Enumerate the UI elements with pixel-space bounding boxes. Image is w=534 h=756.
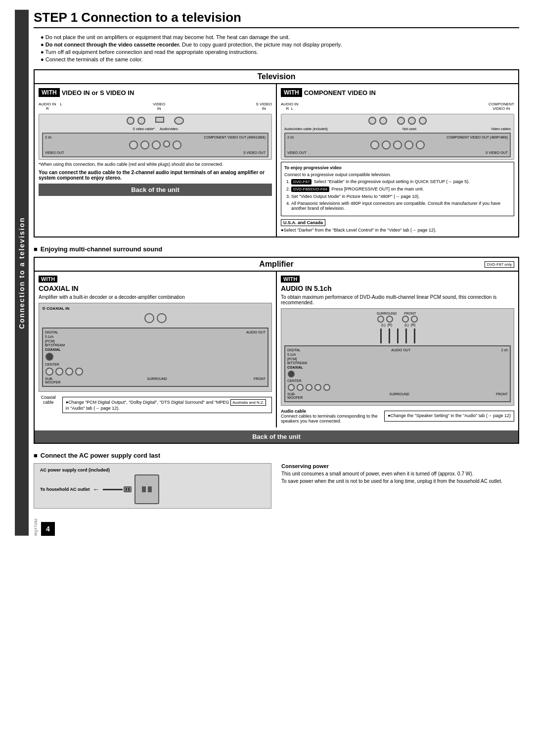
dvd-only-badge: DVD-F87 only bbox=[485, 261, 514, 268]
change-box-audio: ●Change the "Speaker Setting" in the "Au… bbox=[384, 411, 514, 422]
tv-right-connectors: AUDIO INR L COMPONENTVIDEO IN bbox=[281, 102, 514, 111]
connect-ac-header: Connect the AC power supply cord last bbox=[34, 452, 519, 459]
badge-text: in "Audio" tab bbox=[66, 406, 92, 411]
progressive-list: DVD-F87 Select "Enable" in the progressi… bbox=[284, 179, 511, 211]
unit-port-r3 bbox=[393, 141, 402, 149]
sidebar-label: Connection to a television bbox=[15, 10, 29, 536]
comp-port-3 bbox=[419, 117, 427, 125]
aus-badge: Australia and N.Z. bbox=[230, 399, 266, 406]
progressive-title: To enjoy progressive video bbox=[284, 165, 511, 170]
tv-right-column: WITH COMPONENT VIDEO IN AUDIO INR L COMP… bbox=[277, 84, 518, 236]
5ch-port-c4 bbox=[314, 384, 321, 391]
sub-port-c2 bbox=[55, 368, 63, 376]
coaxial-diagram: ⊙ COAXIAL IN DIGITAL AUDIO OUT bbox=[39, 303, 272, 392]
change-box-coaxial: ●Change "PCM Digital Output", "Dolby Dig… bbox=[62, 397, 272, 413]
with-badge-left: WITH VIDEO IN or S VIDEO IN bbox=[39, 88, 134, 97]
unit-port-r4 bbox=[404, 141, 413, 149]
audio-in-l: L bbox=[60, 102, 62, 111]
unit-port-2 bbox=[140, 141, 149, 149]
tv-left-header: VIDEO IN or S VIDEO IN bbox=[62, 89, 134, 96]
outlet-shape bbox=[134, 474, 159, 504]
bullet-list: Do not place the unit on amplifiers or e… bbox=[34, 34, 519, 62]
unit-label-480p: COMPONENT VIDEO OUT (480i/1080i) bbox=[204, 136, 266, 139]
outlet-hole-1 bbox=[142, 486, 146, 492]
arrow-left-ac: ← bbox=[93, 485, 100, 493]
unit-label-2ch2: 2 ch bbox=[287, 136, 294, 139]
coaxial-change-area: Coaxial cable ●Change "PCM Digital Outpu… bbox=[39, 395, 272, 415]
coaxial-cable-label: Coaxial cable bbox=[39, 395, 58, 405]
tv-left-column: WITH VIDEO IN or S VIDEO IN AUDIO INR L bbox=[35, 84, 277, 236]
tv-left-note: You can connect the audio cable to the 2… bbox=[39, 170, 272, 181]
5ch-port-1 bbox=[288, 371, 295, 378]
audio-cable-info: Audio cable Connect cables to terminals … bbox=[281, 409, 380, 424]
video-port bbox=[155, 117, 164, 123]
with-badge-right: WITH COMPONENT VIDEO IN bbox=[281, 88, 376, 97]
coaxial-port bbox=[144, 313, 154, 323]
sub-coaxial-port bbox=[45, 353, 53, 361]
video-out-label2: VIDEO OUT bbox=[287, 151, 307, 154]
comp-port-2 bbox=[408, 117, 416, 125]
surr-port-l bbox=[377, 316, 384, 323]
audio-2ch-label: 2 ch bbox=[501, 348, 508, 352]
bullet-3: Turn off all equipment before connection… bbox=[36, 49, 519, 55]
connect-ac-section: Connect the AC power supply cord last AC… bbox=[34, 452, 519, 509]
audio-desc: To obtain maximum performance of DVD-Aud… bbox=[281, 294, 514, 305]
rca-port-r bbox=[127, 117, 134, 125]
5ch-port-c3 bbox=[306, 384, 312, 391]
unit-label-2ch: 2 ch bbox=[45, 136, 51, 139]
back-of-unit-amp: Back of the unit bbox=[35, 430, 518, 443]
audio-title-row: WITH bbox=[281, 276, 514, 283]
connect-columns: AC power supply cord (included) To house… bbox=[34, 463, 519, 509]
with-label-audio: WITH bbox=[281, 276, 300, 283]
conserving-power-col: Conserving power This unit consumes a sm… bbox=[281, 463, 519, 509]
coaxial-desc: Amplifier with a built-in decoder or a d… bbox=[39, 294, 272, 300]
prog-item-3: Set "Video Output Mode" in Picture Menu … bbox=[291, 194, 511, 199]
doc-code: RQT7292 bbox=[34, 519, 38, 536]
5ch-port-c2 bbox=[297, 384, 304, 391]
component-in: COMPONENTVIDEO IN bbox=[489, 102, 514, 111]
video-in: VIDEOIN bbox=[153, 102, 165, 111]
not-used-label: Not used bbox=[402, 127, 416, 131]
dvd-badge-f87: DVD-F87 bbox=[291, 179, 312, 185]
multichannel-header: Enjoying multi-channel surround sound bbox=[34, 245, 519, 253]
television-header: Television bbox=[35, 70, 518, 84]
unit-port-3 bbox=[152, 141, 161, 149]
step-label: STEP 1 bbox=[34, 10, 78, 25]
progressive-desc: Connect to a progressive output compatib… bbox=[284, 172, 511, 177]
rca-port-l bbox=[137, 117, 145, 125]
page-footer: RQT7292 4 bbox=[34, 519, 519, 536]
unit-port-r2 bbox=[382, 141, 391, 149]
audio-cable-note: Connect cables to terminals correspondin… bbox=[281, 414, 378, 424]
prog-item-4: All Panasonic televisions with 480P inpu… bbox=[291, 201, 511, 211]
prog-item-2: DVD-F86/DVD-F84 Press [PROGRESSIVE OUT] … bbox=[291, 187, 511, 192]
unit-label-480p2: COMPONENT VIDEO OUT (480P/480i) bbox=[446, 136, 508, 139]
title-text: Connection to a television bbox=[81, 10, 241, 25]
audio-5-header: AUDIO IN 5.1ch bbox=[281, 284, 514, 292]
with-label-coaxial: WITH bbox=[39, 276, 57, 283]
bullet-4: Connect the terminals of the same color. bbox=[36, 56, 519, 62]
tv-right-header: COMPONENT VIDEO IN bbox=[304, 89, 376, 96]
cable-label-svideo: S video cable* bbox=[133, 127, 155, 131]
video-cables-label: Video cables bbox=[491, 127, 511, 131]
sub-port-c4 bbox=[75, 368, 83, 376]
svideo-port bbox=[174, 117, 184, 125]
digital-label2: DIGITAL bbox=[287, 348, 301, 352]
change-arrow: (→ page 12). bbox=[93, 406, 120, 411]
cable-label-audiovideo: Audio/video bbox=[160, 127, 178, 131]
front-label: FRONT bbox=[254, 377, 266, 384]
audio-change-area: Audio cable Connect cables to terminals … bbox=[281, 409, 514, 424]
tv-left-connectors: AUDIO INR L VIDEOIN S VIDEOIN bbox=[39, 102, 272, 111]
unit-port-1 bbox=[129, 141, 138, 149]
conserving-title: Conserving power bbox=[281, 463, 519, 469]
av-cable-label: Audio/video cable (included) bbox=[284, 127, 328, 131]
cord-label: AC power supply cord (included) bbox=[40, 468, 110, 472]
coaxial-port-2 bbox=[157, 313, 167, 323]
amp-right-column: WITH AUDIO IN 5.1ch To obtain maximum pe… bbox=[277, 272, 518, 427]
coaxial-title-row: WITH bbox=[39, 276, 272, 283]
bullet-2: Do not connect through the video cassett… bbox=[36, 42, 519, 47]
ac-diagram-col: AC power supply cord (included) To house… bbox=[34, 463, 271, 509]
audio-out-label: AUDIO OUT bbox=[246, 331, 266, 334]
amplifier-header: Amplifier bbox=[259, 260, 293, 269]
tv-right-diagram: Audio/video cable (included) Not used Vi… bbox=[281, 114, 514, 160]
prog-item-1: DVD-F87 Select "Enable" in the progressi… bbox=[291, 179, 511, 185]
